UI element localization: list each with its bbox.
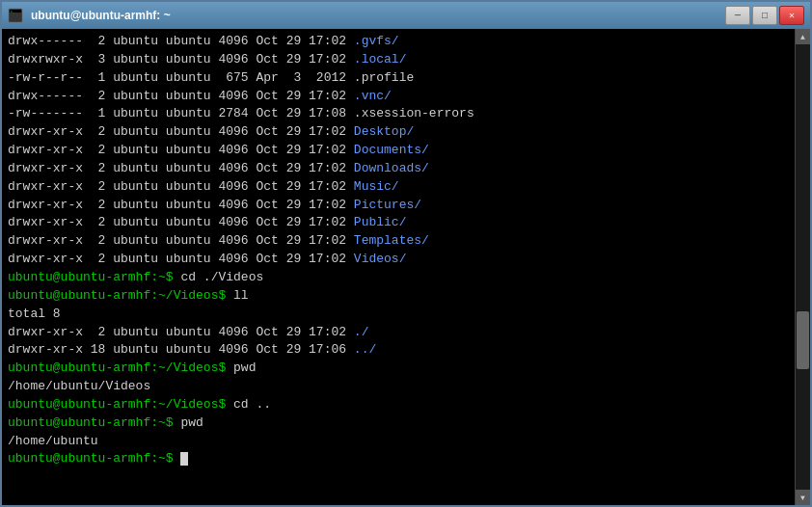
list-item: drwxrwxr-x 3 ubuntu ubuntu 4096 Oct 29 1… xyxy=(8,51,789,69)
output-line: /home/ubuntu/Videos xyxy=(8,378,789,396)
terminal-body[interactable]: drwx------ 2 ubuntu ubuntu 4096 Oct 29 1… xyxy=(2,29,810,505)
list-item: drwx------ 2 ubuntu ubuntu 4096 Oct 29 1… xyxy=(8,33,789,51)
list-item: -rw------- 1 ubuntu ubuntu 2784 Oct 29 1… xyxy=(8,105,789,123)
scroll-thumb[interactable] xyxy=(797,311,809,369)
command-line: ubuntu@ubuntu-armhf:~/Videos$ pwd xyxy=(8,360,789,378)
terminal-output[interactable]: drwx------ 2 ubuntu ubuntu 4096 Oct 29 1… xyxy=(2,29,795,505)
terminal-cursor xyxy=(180,452,188,466)
scroll-down-button[interactable]: ▼ xyxy=(796,490,811,505)
scroll-track[interactable] xyxy=(796,44,810,490)
list-item: drwxr-xr-x 2 ubuntu ubuntu 4096 Oct 29 1… xyxy=(8,232,789,251)
list-item: -rw-r--r-- 1 ubuntu ubuntu 675 Apr 3 201… xyxy=(8,69,789,88)
list-item: drwxr-xr-x 2 ubuntu ubuntu 4096 Oct 29 1… xyxy=(8,214,789,232)
maximize-button[interactable]: □ xyxy=(752,6,777,25)
command-line: ubuntu@ubuntu-armhf:~/Videos$ cd .. xyxy=(8,396,789,414)
list-item: drwxr-xr-x 2 ubuntu ubuntu 4096 Oct 29 1… xyxy=(8,178,789,197)
terminal-window: $_ ubuntu@ubuntu-armhf: ~ ─ □ ✕ drwx----… xyxy=(0,0,812,507)
window-icon: $_ xyxy=(8,8,23,23)
close-button[interactable]: ✕ xyxy=(779,6,804,25)
list-item: drwxr-xr-x 2 ubuntu ubuntu 4096 Oct 29 1… xyxy=(8,123,789,142)
svg-text:$_: $_ xyxy=(11,10,14,13)
output-line: /home/ubuntu xyxy=(8,433,789,451)
command-line: ubuntu@ubuntu-armhf:~$ pwd xyxy=(8,414,789,433)
scrollbar[interactable]: ▲ ▼ xyxy=(795,29,810,505)
minimize-button[interactable]: ─ xyxy=(725,6,750,25)
window-controls: ─ □ ✕ xyxy=(725,6,804,25)
list-item: drwx------ 2 ubuntu ubuntu 4096 Oct 29 1… xyxy=(8,88,789,106)
list-item: drwxr-xr-x 18 ubuntu ubuntu 4096 Oct 29 … xyxy=(8,341,789,360)
active-prompt[interactable]: ubuntu@ubuntu-armhf:~$ xyxy=(8,450,789,468)
scroll-up-button[interactable]: ▲ xyxy=(796,29,811,44)
list-item: drwxr-xr-x 2 ubuntu ubuntu 4096 Oct 29 1… xyxy=(8,160,789,178)
list-item: drwxr-xr-x 2 ubuntu ubuntu 4096 Oct 29 1… xyxy=(8,251,789,269)
list-item: drwxr-xr-x 2 ubuntu ubuntu 4096 Oct 29 1… xyxy=(8,197,789,215)
command-line: ubuntu@ubuntu-armhf:~/Videos$ ll xyxy=(8,287,789,306)
titlebar: $_ ubuntu@ubuntu-armhf: ~ ─ □ ✕ xyxy=(2,2,810,29)
command-line: ubuntu@ubuntu-armhf:~$ cd ./Videos xyxy=(8,269,789,287)
output-line: total 8 xyxy=(8,306,789,324)
window-title: ubuntu@ubuntu-armhf: ~ xyxy=(31,9,721,22)
list-item: drwxr-xr-x 2 ubuntu ubuntu 4096 Oct 29 1… xyxy=(8,324,789,342)
list-item: drwxr-xr-x 2 ubuntu ubuntu 4096 Oct 29 1… xyxy=(8,142,789,160)
